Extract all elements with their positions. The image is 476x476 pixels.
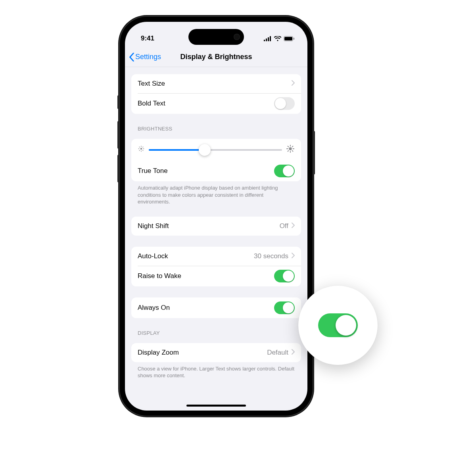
iphone-frame: 9:41 Settings Display & Brightness (119, 16, 313, 416)
bold-text-label: Bold Text (138, 100, 165, 107)
display-zoom-label: Display Zoom (138, 349, 179, 357)
brightness-slider-row (131, 139, 301, 161)
camera-icon (234, 34, 240, 40)
display-zoom-row[interactable]: Display Zoom Default (131, 343, 301, 362)
side-button (313, 131, 315, 175)
chevron-right-icon (292, 253, 295, 260)
brightness-header: BRIGHTNESS (138, 126, 295, 132)
svg-rect-5 (284, 37, 292, 40)
chevron-right-icon (292, 223, 295, 230)
slider-thumb[interactable] (199, 144, 211, 156)
nav-bar: Settings Display & Brightness (125, 47, 307, 67)
raise-to-wake-label: Raise to Wake (138, 272, 181, 280)
raise-to-wake-toggle[interactable] (274, 270, 295, 282)
svg-line-15 (143, 147, 143, 147)
display-zoom-footer: Choose a view for iPhone. Larger Text sh… (138, 365, 295, 379)
chevron-right-icon (292, 80, 295, 87)
svg-rect-0 (264, 40, 265, 41)
battery-icon (284, 36, 295, 41)
svg-line-23 (288, 151, 288, 152)
text-size-label: Text Size (138, 80, 165, 88)
svg-line-13 (143, 150, 143, 151)
always-on-toggle-magnified[interactable] (318, 313, 358, 337)
side-button (117, 95, 119, 109)
text-size-row[interactable]: Text Size (131, 74, 301, 93)
bold-text-toggle[interactable] (274, 97, 295, 110)
bold-text-row: Bold Text (131, 93, 301, 114)
text-group: Text Size Bold Text (131, 74, 301, 114)
svg-rect-1 (266, 38, 267, 41)
sun-low-icon (138, 145, 145, 154)
svg-rect-3 (270, 36, 271, 41)
svg-line-22 (292, 151, 293, 152)
svg-line-24 (292, 146, 293, 147)
screen: 9:41 Settings Display & Brightness (125, 22, 307, 411)
auto-lock-label: Auto-Lock (138, 252, 168, 260)
cellular-icon (264, 36, 272, 41)
true-tone-row: True Tone (131, 161, 301, 181)
back-button[interactable]: Settings (129, 53, 161, 61)
night-shift-row[interactable]: Night Shift Off (131, 217, 301, 236)
page-title: Display & Brightness (180, 53, 252, 61)
auto-lock-value: 30 seconds (254, 252, 288, 260)
always-on-row: Always On (131, 298, 301, 318)
side-button (117, 155, 119, 182)
status-time: 9:41 (141, 35, 154, 42)
svg-line-12 (139, 147, 140, 147)
true-tone-toggle[interactable] (274, 165, 295, 177)
night-shift-group: Night Shift Off (131, 217, 301, 236)
brightness-slider[interactable] (149, 149, 282, 151)
chevron-right-icon (292, 349, 295, 356)
raise-to-wake-row: Raise to Wake (131, 266, 301, 286)
svg-line-14 (139, 150, 140, 151)
always-on-group: Always On (131, 298, 301, 318)
svg-rect-6 (294, 38, 294, 40)
night-shift-value: Off (280, 222, 288, 230)
true-tone-footer: Automatically adapt iPhone display based… (138, 184, 295, 205)
magnifier-callout (298, 286, 378, 365)
chevron-left-icon (129, 53, 134, 61)
slider-fill (149, 149, 205, 151)
wifi-icon (274, 36, 281, 41)
svg-point-16 (289, 147, 292, 150)
sun-high-icon (286, 144, 295, 155)
true-tone-label: True Tone (138, 167, 168, 175)
auto-lock-row[interactable]: Auto-Lock 30 seconds (131, 247, 301, 266)
dynamic-island (188, 29, 244, 45)
night-shift-label: Night Shift (138, 222, 169, 230)
display-header: DISPLAY (138, 330, 295, 336)
home-indicator[interactable] (186, 405, 246, 407)
svg-line-21 (288, 146, 288, 147)
display-zoom-value: Default (267, 349, 288, 357)
back-label: Settings (135, 53, 161, 61)
display-zoom-group: Display Zoom Default (131, 343, 301, 362)
lock-group: Auto-Lock 30 seconds Raise to Wake (131, 247, 301, 286)
side-button (117, 121, 119, 149)
brightness-group: True Tone (131, 139, 301, 181)
svg-point-7 (140, 148, 142, 150)
always-on-toggle[interactable] (274, 301, 295, 314)
settings-content: Text Size Bold Text BRIGHTNESS (125, 74, 307, 387)
svg-rect-2 (268, 37, 269, 41)
always-on-label: Always On (138, 304, 170, 312)
